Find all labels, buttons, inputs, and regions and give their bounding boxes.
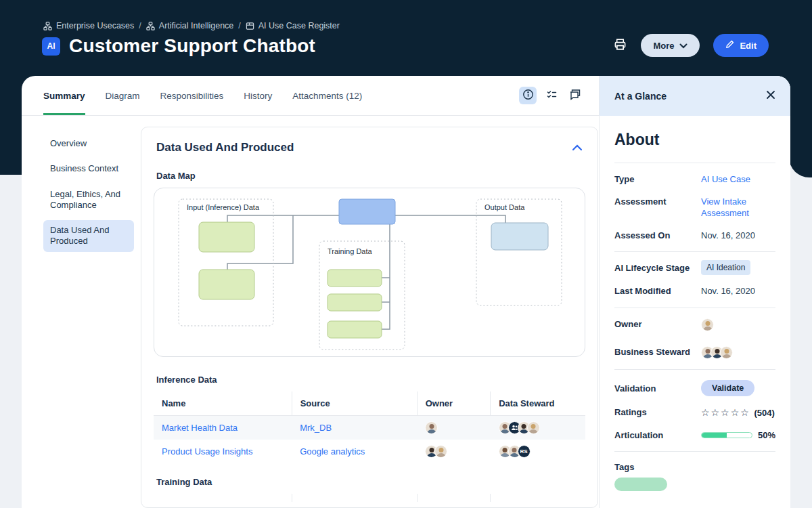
field-ratings: Ratings ☆☆☆☆☆ (504) bbox=[614, 406, 775, 419]
print-icon bbox=[613, 37, 627, 54]
output-group-label: Output Data bbox=[484, 203, 525, 211]
column-header-data-steward[interactable]: Data Steward bbox=[491, 391, 585, 416]
avatar[interactable] bbox=[425, 421, 438, 434]
validate-button[interactable]: Validate bbox=[701, 380, 754, 396]
input-data-group bbox=[179, 199, 273, 326]
edit-button[interactable]: Edit bbox=[713, 34, 769, 57]
checklist-icon bbox=[546, 89, 558, 102]
input-data-node[interactable] bbox=[199, 270, 254, 299]
nav-item-business-context[interactable]: Business Context bbox=[43, 158, 134, 179]
tab-history[interactable]: History bbox=[244, 76, 272, 115]
summary-content: Overview Business Context Legal, Ethics,… bbox=[22, 116, 599, 508]
avatar[interactable] bbox=[701, 318, 714, 331]
training-data-table bbox=[154, 494, 585, 502]
input-data-node[interactable] bbox=[199, 222, 254, 252]
info-panel-toggle-button[interactable] bbox=[519, 87, 537, 104]
data-used-produced-section: Data Used And Produced Data Map bbox=[141, 127, 598, 508]
breadcrumb-item-artificial-intelligence[interactable]: Artificial Intelligence bbox=[146, 21, 233, 30]
pencil-icon bbox=[725, 40, 734, 51]
tab-bar-tools bbox=[519, 76, 584, 115]
asset-link[interactable]: Product Usage Insights bbox=[162, 446, 252, 457]
type-link[interactable]: AI Use Case bbox=[701, 174, 750, 184]
steward-avatars: RS bbox=[499, 445, 577, 458]
at-a-glance-panel: At a Glance About Type AI Use Case Asses… bbox=[599, 76, 790, 508]
nav-item-data-used-and-produced[interactable]: Data Used And Produced bbox=[43, 220, 134, 252]
comments-button[interactable] bbox=[566, 87, 584, 104]
column-stub bbox=[154, 494, 292, 502]
print-button[interactable] bbox=[613, 37, 627, 54]
table-row: Market Health Data Mrk_DB bbox=[154, 416, 585, 440]
data-map-label: Data Map bbox=[156, 171, 583, 181]
data-map-canvas: Input (Inference) Data Training Data bbox=[154, 188, 585, 356]
tab-summary[interactable]: Summary bbox=[43, 76, 85, 115]
training-data-node[interactable] bbox=[328, 321, 382, 338]
nav-item-overview[interactable]: Overview bbox=[43, 133, 134, 154]
input-group-label: Input (Inference) Data bbox=[187, 203, 260, 211]
star-rating[interactable]: ☆☆☆☆☆ bbox=[701, 407, 750, 418]
tab-responsibilities[interactable]: Responsibilities bbox=[160, 76, 224, 115]
field-label: Ratings bbox=[614, 406, 701, 419]
close-icon bbox=[766, 90, 775, 102]
breadcrumb-item-ai-use-case-register[interactable]: AI Use Case Register bbox=[246, 21, 340, 30]
register-icon bbox=[246, 22, 254, 30]
model-node[interactable] bbox=[339, 199, 395, 224]
training-data-node[interactable] bbox=[328, 270, 382, 287]
column-header-name[interactable]: Name bbox=[154, 391, 292, 416]
checklist-button[interactable] bbox=[543, 87, 560, 104]
column-header-owner[interactable]: Owner bbox=[417, 391, 490, 416]
field-label: AI Lifecycle Stage bbox=[614, 262, 701, 274]
asset-link[interactable]: Market Health Data bbox=[162, 423, 238, 433]
column-header-source[interactable]: Source bbox=[292, 391, 417, 416]
section-title: Data Used And Produced bbox=[156, 141, 294, 154]
avatar[interactable] bbox=[720, 346, 733, 359]
breadcrumb-separator: / bbox=[139, 21, 141, 30]
section-header: Data Used And Produced bbox=[154, 140, 585, 154]
column-stub bbox=[292, 494, 417, 502]
field-last-modified: Last Modified Nov. 16, 2020 bbox=[614, 285, 775, 297]
breadcrumb-item-enterprise-usecases[interactable]: Enterprise Usecases bbox=[43, 21, 134, 30]
glance-body: About Type AI Use Case Assessment View I… bbox=[600, 116, 790, 491]
source-link[interactable]: Google analytics bbox=[300, 446, 365, 457]
collapse-section-button[interactable] bbox=[572, 143, 583, 153]
assessment-link[interactable]: View Intake Assessment bbox=[701, 196, 749, 219]
training-data-node[interactable] bbox=[328, 294, 382, 311]
people-icon bbox=[511, 424, 518, 431]
nav-item-legal-ethics-compliance[interactable]: Legal, Ethics, And Compliance bbox=[43, 184, 134, 216]
breadcrumb-label: Enterprise Usecases bbox=[56, 21, 134, 30]
title-row: AI Customer Support Chatbot bbox=[42, 35, 315, 57]
usecase-hierarchy-icon bbox=[43, 22, 52, 30]
owner-avatars bbox=[425, 445, 482, 458]
avatar[interactable] bbox=[434, 445, 447, 458]
field-label: Owner bbox=[614, 318, 701, 331]
avatar[interactable] bbox=[527, 421, 540, 434]
more-button[interactable]: More bbox=[641, 34, 700, 57]
tag-chip[interactable] bbox=[614, 478, 667, 491]
breadcrumb-separator: / bbox=[238, 21, 240, 30]
articulation-progress: 50% bbox=[701, 429, 775, 442]
business-steward-avatars bbox=[701, 346, 775, 359]
output-data-node[interactable] bbox=[491, 223, 548, 250]
progress-fill bbox=[702, 433, 727, 438]
field-label: Articulation bbox=[614, 429, 701, 442]
table-row: Product Usage Insights Google analytics bbox=[154, 440, 585, 463]
chevron-down-icon bbox=[679, 41, 687, 51]
source-link[interactable]: Mrk_DB bbox=[300, 423, 332, 433]
inference-data-table: Name Source Owner Data Steward Market He… bbox=[154, 391, 585, 463]
tab-diagram[interactable]: Diagram bbox=[106, 76, 140, 115]
field-label: Last Modified bbox=[614, 285, 701, 297]
initials-avatar[interactable]: RS bbox=[518, 445, 531, 458]
column-stub bbox=[491, 494, 585, 502]
more-button-label: More bbox=[653, 41, 674, 51]
divider bbox=[614, 251, 775, 252]
field-label: Assessed On bbox=[614, 230, 701, 242]
tab-attachments[interactable]: Attachments (12) bbox=[292, 76, 362, 115]
assessed-on-value: Nov. 16, 2020 bbox=[701, 230, 775, 242]
chevron-up-icon bbox=[572, 143, 583, 153]
field-owner: Owner bbox=[614, 318, 775, 331]
close-panel-button[interactable] bbox=[766, 90, 775, 102]
page-title: Customer Support Chatbot bbox=[69, 35, 315, 57]
field-assessment: Assessment View Intake Assessment bbox=[614, 196, 775, 219]
usecase-hierarchy-icon bbox=[146, 22, 155, 30]
owner-avatars bbox=[425, 421, 482, 434]
chat-icon bbox=[569, 89, 581, 102]
